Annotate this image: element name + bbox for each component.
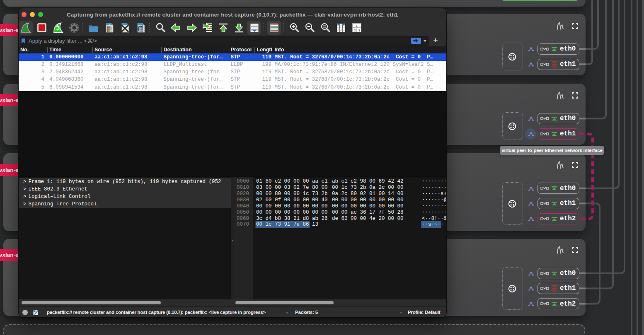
- svg-text:3: 3: [358, 29, 361, 32]
- svg-text:0111: 0111: [107, 30, 111, 32]
- svg-text:2: 2: [354, 29, 356, 32]
- svg-text:1: 1: [356, 24, 358, 28]
